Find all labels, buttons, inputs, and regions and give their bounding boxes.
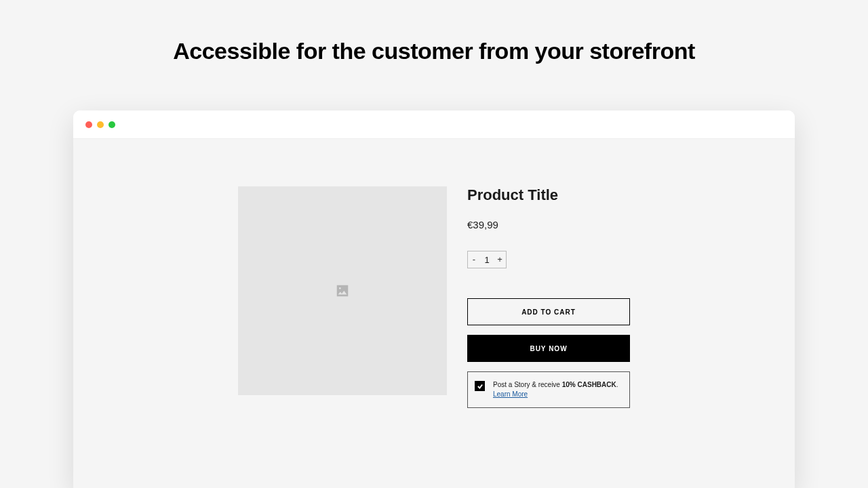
quantity-value: 1 [480, 255, 494, 265]
add-to-cart-button[interactable]: ADD TO CART [467, 298, 630, 325]
quantity-increase-button[interactable]: + [494, 251, 506, 268]
quantity-stepper[interactable]: - 1 + [467, 251, 507, 268]
cashback-highlight: 10% CASHBACK [562, 381, 616, 388]
learn-more-link[interactable]: Learn More [493, 390, 528, 398]
page-heading: Accessible for the customer from your st… [0, 0, 868, 64]
product-title: Product Title [467, 186, 630, 204]
image-icon [335, 283, 350, 298]
checkmark-icon [477, 383, 484, 390]
cashback-prefix: Post a Story & receive [493, 381, 562, 388]
product-info: Product Title €39,99 - 1 + ADD TO CART B… [467, 186, 630, 488]
window-titlebar [73, 110, 795, 139]
storefront-area: Product Title €39,99 - 1 + ADD TO CART B… [73, 139, 795, 488]
product-container: Product Title €39,99 - 1 + ADD TO CART B… [238, 186, 630, 488]
window-minimize-icon[interactable] [97, 121, 104, 128]
cashback-offer-box: Post a Story & receive 10% CASHBACK. Lea… [467, 371, 630, 408]
cashback-suffix: . [616, 381, 618, 388]
browser-window: Product Title €39,99 - 1 + ADD TO CART B… [73, 110, 795, 488]
window-close-icon[interactable] [85, 121, 92, 128]
cashback-text: Post a Story & receive 10% CASHBACK. Lea… [493, 380, 618, 399]
buy-now-button[interactable]: BUY NOW [467, 335, 630, 362]
product-image-placeholder [238, 186, 447, 395]
product-price: €39,99 [467, 219, 630, 230]
quantity-decrease-button[interactable]: - [468, 251, 480, 268]
window-maximize-icon[interactable] [108, 121, 115, 128]
cashback-checkbox[interactable] [475, 381, 485, 391]
